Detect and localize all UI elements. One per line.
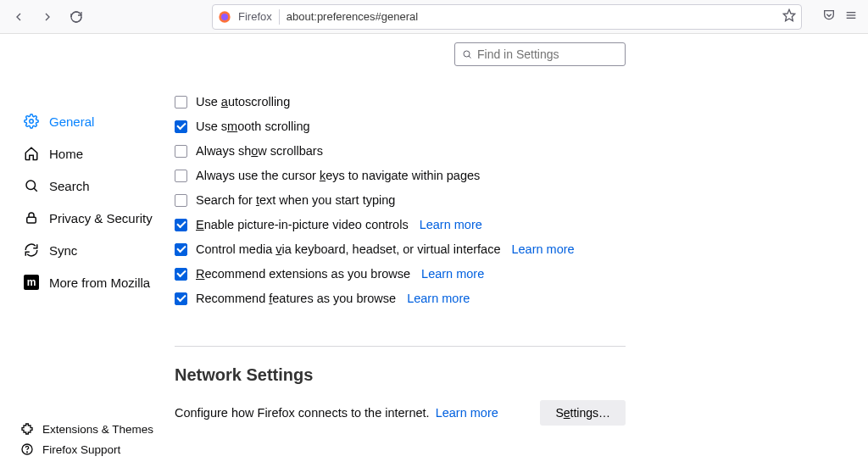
svg-point-12 xyxy=(464,51,470,57)
checkbox[interactable] xyxy=(175,243,187,256)
forward-button[interactable] xyxy=(36,5,59,29)
find-in-settings[interactable]: Find in Settings xyxy=(454,42,626,66)
checkbox[interactable] xyxy=(175,96,187,109)
browsing-options: Use autoscrollingUse smooth scrollingAlw… xyxy=(175,95,844,305)
network-settings-button[interactable]: Settings… xyxy=(540,400,626,426)
sidebar-label: Privacy & Security xyxy=(49,211,153,225)
main-content: Find in Settings Use autoscrollingUse sm… xyxy=(170,34,868,473)
back-button[interactable] xyxy=(7,5,31,29)
learn-more-link[interactable]: Learn more xyxy=(511,242,574,256)
search-placeholder: Find in Settings xyxy=(477,47,559,61)
svg-line-8 xyxy=(34,188,37,192)
section-title: Network Settings xyxy=(175,365,844,385)
sidebar-item-privacy[interactable]: Privacy & Security xyxy=(20,202,161,234)
sidebar-item-search[interactable]: Search xyxy=(20,170,161,202)
network-desc: Configure how Firefox connects to the in… xyxy=(175,406,540,420)
url-product: Firefox xyxy=(238,10,272,23)
checkbox[interactable] xyxy=(175,292,187,305)
sidebar-label: Sync xyxy=(49,243,77,258)
checkbox[interactable] xyxy=(175,219,187,231)
network-settings-section: Network Settings Configure how Firefox c… xyxy=(175,346,844,426)
checkbox[interactable] xyxy=(175,145,187,158)
sidebar: General Home Search Privacy & Security S… xyxy=(0,34,170,473)
search-icon xyxy=(462,49,472,59)
option-label[interactable]: Use autoscrolling xyxy=(196,95,290,109)
option-row: Enable picture-in-picture video controls… xyxy=(175,218,844,231)
checkbox[interactable] xyxy=(175,194,187,207)
option-row: Control media via keyboard, headset, or … xyxy=(175,242,844,256)
option-label[interactable]: Recommend extensions as you browse xyxy=(196,267,410,281)
learn-more-link[interactable]: Learn more xyxy=(421,267,484,281)
option-row: Recommend extensions as you browseLearn … xyxy=(175,267,844,281)
option-row: Search for text when you start typing xyxy=(175,193,844,207)
firefox-support-link[interactable]: Firefox Support xyxy=(20,442,153,456)
firefox-icon xyxy=(218,10,231,24)
sidebar-item-general[interactable]: General xyxy=(20,105,161,137)
option-label[interactable]: Always show scrollbars xyxy=(196,144,323,158)
menu-icon[interactable] xyxy=(844,8,858,25)
extensions-themes-link[interactable]: Extensions & Themes xyxy=(20,422,153,436)
pocket-icon[interactable] xyxy=(822,8,836,25)
learn-more-link[interactable]: Learn more xyxy=(407,292,470,305)
sidebar-item-home[interactable]: Home xyxy=(20,137,161,170)
network-learn-more[interactable]: Learn more xyxy=(436,406,498,420)
option-label[interactable]: Control media via keyboard, headset, or … xyxy=(196,242,500,256)
option-label[interactable]: Always use the cursor keys to navigate w… xyxy=(196,169,480,182)
svg-line-13 xyxy=(469,56,471,58)
section-divider xyxy=(175,346,626,347)
option-row: Recommend features as you browseLearn mo… xyxy=(175,292,844,305)
sidebar-item-sync[interactable]: Sync xyxy=(20,234,161,266)
svg-rect-9 xyxy=(27,217,36,223)
url-divider xyxy=(279,9,280,25)
svg-point-1 xyxy=(221,14,228,20)
sidebar-label: More from Mozilla xyxy=(49,275,150,290)
option-label[interactable]: Recommend features as you browse xyxy=(196,292,396,305)
learn-more-link[interactable]: Learn more xyxy=(420,218,482,231)
option-label[interactable]: Search for text when you start typing xyxy=(196,193,395,207)
mozilla-icon: m xyxy=(24,275,39,290)
option-row: Use smooth scrolling xyxy=(175,120,844,133)
url-bar[interactable]: Firefox about:preferences#general xyxy=(212,4,802,30)
svg-point-11 xyxy=(27,452,28,453)
browser-toolbar: Firefox about:preferences#general xyxy=(0,0,868,34)
reload-button-real[interactable] xyxy=(64,5,88,29)
checkbox[interactable] xyxy=(175,120,187,133)
option-row: Always use the cursor keys to navigate w… xyxy=(175,169,844,182)
option-label[interactable]: Use smooth scrolling xyxy=(196,120,310,133)
svg-point-6 xyxy=(30,120,34,124)
option-label[interactable]: Enable picture-in-picture video controls xyxy=(196,218,409,231)
checkbox[interactable] xyxy=(175,170,187,182)
sidebar-item-more-mozilla[interactable]: m More from Mozilla xyxy=(20,266,161,298)
option-row: Use autoscrolling xyxy=(175,95,844,109)
sidebar-label: Home xyxy=(49,147,83,161)
option-row: Always show scrollbars xyxy=(175,144,844,158)
url-text: about:preferences#general xyxy=(287,10,776,23)
svg-point-7 xyxy=(26,181,36,190)
link-label: Extensions & Themes xyxy=(42,423,153,436)
checkbox[interactable] xyxy=(175,268,187,281)
svg-marker-2 xyxy=(783,9,794,20)
link-label: Firefox Support xyxy=(42,443,120,456)
bookmark-star-icon[interactable] xyxy=(782,8,796,25)
toolbar-right xyxy=(822,8,858,25)
sidebar-label: Search xyxy=(49,179,90,193)
sidebar-label: General xyxy=(49,114,94,129)
